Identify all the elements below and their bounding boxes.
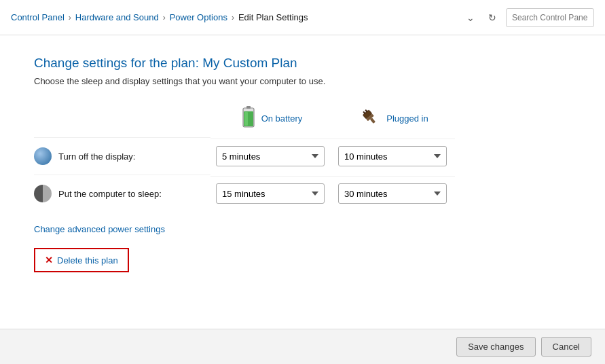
plug-icon xyxy=(359,108,381,129)
breadcrumb-hardware[interactable]: Hardware and Sound xyxy=(75,12,159,22)
battery-col-header: On battery xyxy=(210,105,333,137)
delete-plan-link[interactable]: Delete this plan xyxy=(57,255,118,266)
cancel-button[interactable]: Cancel xyxy=(541,337,591,357)
breadcrumb-sep-2: › xyxy=(163,13,166,22)
plugged-label: Plugged in xyxy=(386,113,428,124)
display-battery-select[interactable]: 1 minute 2 minutes 3 minutes 5 minutes 1… xyxy=(216,146,325,166)
address-controls: ⌄ ↻ xyxy=(462,10,500,26)
breadcrumb: Control Panel › Hardware and Sound › Pow… xyxy=(11,12,457,22)
sleep-battery-select[interactable]: 1 minute 2 minutes 3 minutes 5 minutes 1… xyxy=(216,183,325,204)
battery-label: On battery xyxy=(261,113,303,124)
main-content: Change settings for the plan: My Custom … xyxy=(0,35,605,329)
breadcrumb-power-options[interactable]: Power Options xyxy=(170,12,227,22)
sleep-plugged-cell: 1 minute 2 minutes 3 minutes 5 minutes 1… xyxy=(333,176,455,211)
address-bar: Control Panel › Hardware and Sound › Pow… xyxy=(0,0,605,35)
display-icon xyxy=(34,147,52,165)
delete-x-icon: ✕ xyxy=(45,255,53,266)
page-subtitle: Choose the sleep and display settings th… xyxy=(34,76,571,86)
display-plugged-select[interactable]: 1 minute 2 minutes 3 minutes 5 minutes 1… xyxy=(338,146,447,166)
svg-rect-3 xyxy=(244,112,248,126)
battery-icon xyxy=(241,105,256,132)
sleep-setting-label: Put the computer to sleep: xyxy=(34,175,210,212)
dropdown-btn[interactable]: ⌄ xyxy=(462,10,479,26)
advanced-power-link[interactable]: Change advanced power settings xyxy=(34,224,165,234)
sleep-battery-cell: 1 minute 2 minutes 3 minutes 5 minutes 1… xyxy=(210,176,333,211)
breadcrumb-edit-plan: Edit Plan Settings xyxy=(238,12,308,22)
delete-plan-section[interactable]: ✕ Delete this plan xyxy=(34,248,129,272)
svg-rect-1 xyxy=(246,106,251,109)
display-label-text: Turn off the display: xyxy=(58,151,135,162)
display-plugged-cell: 1 minute 2 minutes 3 minutes 5 minutes 1… xyxy=(333,139,455,173)
refresh-btn[interactable]: ↻ xyxy=(484,10,500,26)
sleep-plugged-select[interactable]: 1 minute 2 minutes 3 minutes 5 minutes 1… xyxy=(338,183,447,204)
plugged-col-header: Plugged in xyxy=(333,108,455,134)
page-title: Change settings for the plan: My Custom … xyxy=(34,56,571,71)
display-battery-cell: 1 minute 2 minutes 3 minutes 5 minutes 1… xyxy=(210,139,333,173)
display-setting-label: Turn off the display: xyxy=(34,137,210,175)
search-input[interactable] xyxy=(506,8,594,27)
advanced-link-container: Change advanced power settings xyxy=(34,212,571,248)
settings-grid: On battery Plugged in xyxy=(34,105,571,212)
breadcrumb-control-panel[interactable]: Control Panel xyxy=(11,12,65,22)
sleep-icon xyxy=(34,185,52,202)
sleep-label-text: Put the computer to sleep: xyxy=(58,189,162,199)
breadcrumb-sep-1: › xyxy=(69,13,71,22)
save-changes-button[interactable]: Save changes xyxy=(456,337,535,357)
bottom-bar: Save changes Cancel xyxy=(0,329,605,364)
breadcrumb-sep-3: › xyxy=(232,13,234,22)
